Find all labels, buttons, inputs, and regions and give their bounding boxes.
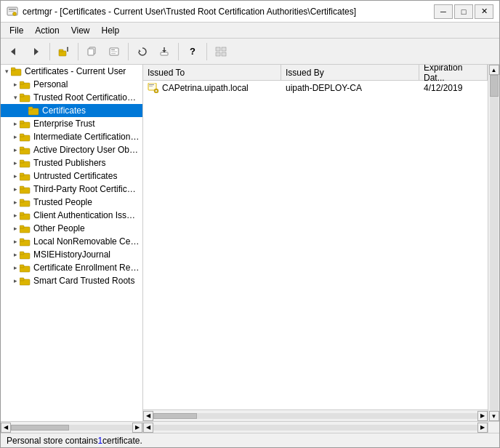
expand-arrow-trusted-publishers[interactable]: ▸ [11, 159, 20, 167]
tree-label-trusted-root: Trusted Root Certification Autho... [33, 92, 140, 103]
v-scroll-track[interactable] [490, 75, 499, 411]
expand-arrow-smart-card[interactable]: ▸ [11, 277, 20, 284]
tree-item-trusted-root[interactable]: ▾ Trusted Root Certification Autho... [1, 91, 142, 104]
svg-rect-51 [20, 239, 24, 241]
expand-arrow-trusted-people[interactable]: ▸ [11, 199, 20, 206]
back-button[interactable] [4, 41, 24, 62]
right-h-scroll[interactable]: ◀ ▶ [143, 422, 488, 433]
refresh-button[interactable] [132, 41, 153, 62]
expand-arrow-intermediate-ca[interactable]: ▸ [11, 133, 20, 140]
tree-item-local-nonremovable[interactable]: ▸ Local NonRemovable Certifica... [1, 235, 142, 248]
svg-rect-60 [149, 86, 153, 87]
expand-arrow-client-auth[interactable]: ▸ [11, 212, 20, 219]
col-header-expiry[interactable]: Expiration Dat... [419, 65, 488, 80]
svg-rect-17 [161, 52, 168, 55]
h-scroll-left[interactable]: ◀ [143, 411, 153, 421]
title-bar-controls: ─ □ ✕ [434, 4, 493, 19]
svg-rect-25 [11, 68, 15, 71]
tree-item-msie-history[interactable]: ▸ MSIEHistoryJournal [1, 248, 142, 261]
view-toggle-button[interactable] [211, 41, 231, 62]
expand-arrow-other-people[interactable]: ▸ [11, 225, 20, 232]
list-header: Issued To Issued By Expiration Dat... [143, 65, 488, 81]
tree-label-third-party-root: Third-Party Root Certification... [33, 184, 140, 194]
tree-item-enterprise-trust[interactable]: ▸ Enterprise Trust [1, 117, 142, 130]
svg-rect-27 [20, 81, 24, 84]
tree-item-active-directory[interactable]: ▸ Active Directory User Object [1, 143, 142, 156]
svg-rect-55 [20, 265, 24, 268]
cert-row-0[interactable]: CAPetrina.uipath.localuipath-DEPLOY-CA4/… [143, 81, 488, 95]
folder-icon-trusted-root [20, 92, 31, 103]
tree-item-cert-enrollment[interactable]: ▸ Certificate Enrollment Reques... [1, 261, 142, 274]
tree-item-smart-card[interactable]: ▸ Smart Card Trusted Roots [1, 274, 142, 287]
col-header-issued-by[interactable]: Issued By [281, 65, 419, 80]
right-scroll-track[interactable] [153, 425, 477, 431]
right-scroll-right[interactable]: ▶ [477, 423, 488, 433]
forward-button[interactable] [25, 41, 46, 62]
menu-file[interactable]: File [4, 24, 29, 37]
folder-icon-client-auth [20, 209, 31, 221]
expand-arrow-personal[interactable]: ▸ [11, 81, 20, 88]
minimize-button[interactable]: ─ [434, 4, 453, 19]
svg-marker-16 [139, 49, 141, 52]
export-button[interactable] [154, 41, 174, 62]
expand-arrow-certificates-root[interactable]: ▾ [2, 68, 11, 75]
tree-scroll-track[interactable] [11, 425, 132, 431]
maximize-button[interactable]: □ [454, 4, 473, 19]
tree-item-client-auth[interactable]: ▸ Client Authentication Issuers [1, 209, 142, 222]
svg-marker-5 [34, 48, 39, 55]
tree-item-third-party-root[interactable]: ▸ Third-Party Root Certification... [1, 183, 142, 196]
tree-item-other-people[interactable]: ▸ Other People [1, 222, 142, 235]
v-scroll-up[interactable]: ▲ [489, 65, 499, 75]
tree-label-certificates-sub: Certificates [42, 105, 86, 116]
copy-button[interactable] [82, 41, 102, 62]
h-scroll-bar[interactable]: ◀ ▶ [143, 409, 488, 421]
status-text-after: certificate. [102, 436, 142, 446]
expand-arrow-untrusted-certs[interactable]: ▸ [11, 172, 20, 180]
tree-item-certificates-sub[interactable]: Certificates [1, 104, 142, 117]
tree-h-scroll[interactable]: ◀ ▶ [1, 422, 143, 433]
tree-item-personal[interactable]: ▸ Personal [1, 78, 142, 91]
menu-help[interactable]: Help [96, 24, 126, 37]
h-scroll-track[interactable] [153, 413, 477, 419]
properties-small-button[interactable] [104, 41, 124, 62]
v-scroll-down[interactable]: ▼ [489, 411, 499, 421]
main-window: certmgr - [Certificates - Current User\T… [0, 0, 500, 448]
expand-arrow-enterprise-trust[interactable]: ▸ [11, 120, 20, 127]
up-folder-button[interactable] [54, 41, 74, 62]
expand-arrow-cert-enrollment[interactable]: ▸ [11, 264, 20, 271]
svg-rect-37 [20, 147, 24, 150]
h-scroll-thumb[interactable] [153, 413, 197, 419]
svg-rect-15 [111, 53, 116, 54]
expand-arrow-local-nonremovable[interactable]: ▸ [11, 238, 20, 245]
tree-item-trusted-people[interactable]: ▸ Trusted People [1, 196, 142, 209]
menu-action[interactable]: Action [29, 24, 65, 37]
tree-scroll-thumb[interactable] [11, 425, 69, 431]
v-scroll-bar[interactable]: ▲ ▼ [488, 65, 499, 421]
expand-arrow-trusted-root[interactable]: ▾ [11, 94, 20, 101]
svg-rect-2 [9, 11, 14, 12]
tree-item-trusted-publishers[interactable]: ▸ Trusted Publishers [1, 156, 142, 169]
svg-marker-4 [11, 48, 15, 55]
right-scroll-left[interactable]: ◀ [143, 423, 153, 433]
menu-view[interactable]: View [65, 24, 96, 37]
tree-item-intermediate-ca[interactable]: ▸ Intermediate Certification Autho... [1, 130, 142, 143]
col-header-issued-to[interactable]: Issued To [143, 65, 281, 80]
v-scroll-thumb[interactable] [490, 75, 499, 97]
tree-label-trusted-people: Trusted People [33, 197, 92, 207]
tree-label-trusted-publishers: Trusted Publishers [33, 158, 106, 168]
issued-to-text-0: CAPetrina.uipath.local [162, 83, 249, 93]
h-scroll-right[interactable]: ▶ [477, 411, 488, 421]
tree-scroll-right[interactable]: ▶ [132, 423, 142, 433]
status-count: 1 [97, 436, 102, 446]
right-panel: Issued To Issued By Expiration Dat... CA… [143, 65, 488, 421]
expand-arrow-msie-history[interactable]: ▸ [11, 251, 20, 258]
tree-scroll-left[interactable]: ◀ [1, 423, 11, 433]
help-button[interactable]: ? [182, 41, 203, 62]
close-button[interactable]: ✕ [475, 4, 493, 19]
svg-point-3 [13, 12, 17, 15]
tree-item-certificates-root[interactable]: ▾ Certificates - Current User [1, 65, 142, 78]
expand-arrow-third-party-root[interactable]: ▸ [11, 185, 20, 193]
sep-2 [78, 43, 78, 60]
expand-arrow-active-directory[interactable]: ▸ [11, 146, 20, 153]
tree-item-untrusted-certs[interactable]: ▸ Untrusted Certificates [1, 169, 142, 183]
